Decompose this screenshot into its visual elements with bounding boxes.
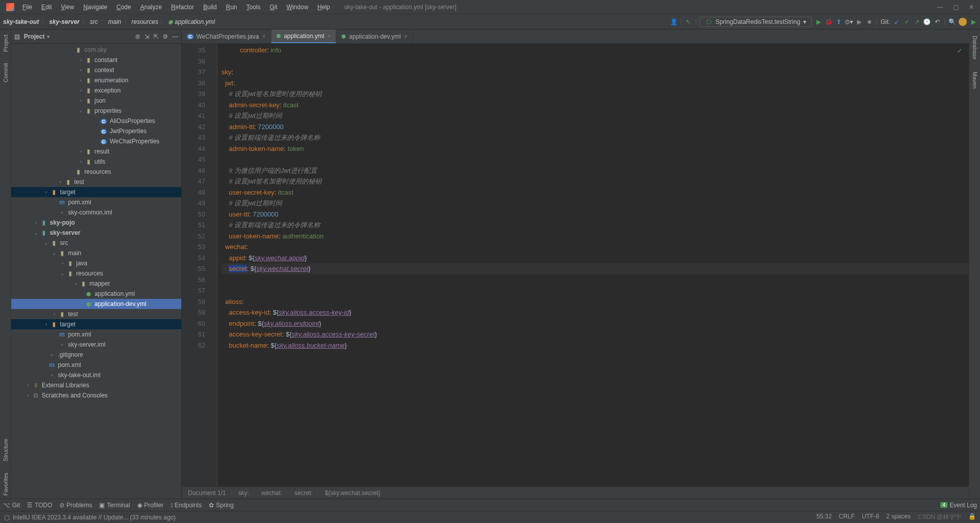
tool-tab-structure[interactable]: Structure — [2, 436, 10, 465]
tree-item[interactable]: ›▮context — [11, 65, 181, 75]
editor-tab[interactable]: ⬢ application.yml × — [271, 29, 336, 43]
collapse-all-icon[interactable]: ⇱ — [153, 33, 159, 40]
build-icon[interactable]: ↖ — [685, 18, 692, 25]
menu-run[interactable]: Run — [222, 2, 241, 12]
tree-item[interactable]: mpom.xml — [11, 329, 181, 340]
code-area[interactable]: controller: info sky: jwt: # 设置jwt签名加密时使… — [217, 44, 969, 486]
coverage-icon[interactable]: ⬆ — [835, 18, 842, 25]
hide-icon[interactable]: — — [172, 33, 178, 40]
menu-git[interactable]: Git — [266, 2, 281, 12]
menu-help[interactable]: Help — [313, 2, 334, 12]
tool-tab-commit[interactable]: Commit — [2, 60, 10, 85]
editor-tab[interactable]: ⬢ application-dev.yml × — [336, 29, 413, 43]
menu-build[interactable]: Build — [199, 2, 221, 12]
tree-item[interactable]: CJwtProperties — [11, 126, 181, 136]
cursor-position[interactable]: 55:32 — [816, 513, 832, 521]
tree-item[interactable]: ⬢application.yml — [11, 289, 181, 299]
tree-item[interactable]: ›⫴External Libraries — [11, 380, 181, 390]
menu-refactor[interactable]: Refactor — [167, 2, 198, 12]
tree-item[interactable]: ⌄▮resources — [11, 268, 181, 279]
editor-crumb[interactable]: ${sky.wechat.secret} — [325, 489, 380, 497]
tree-item[interactable]: ›▮enumeration — [11, 75, 181, 85]
tree-item[interactable]: ›▮test — [11, 177, 181, 187]
breadcrumb-item[interactable]: ⬢ application.yml — [168, 18, 215, 25]
chevron-down-icon[interactable]: ▾ — [47, 33, 50, 40]
tool-tab-maven[interactable]: Maven — [971, 69, 979, 91]
bottom-tool-problems[interactable]: ⊘Problems — [59, 502, 92, 509]
tree-item[interactable]: ▫sky-take-out.iml — [11, 370, 181, 380]
tree-item[interactable]: ⌄▮src — [11, 238, 181, 248]
menu-navigate[interactable]: Navigate — [79, 2, 111, 12]
tool-tab-database[interactable]: Database — [971, 33, 979, 63]
editor-crumb[interactable]: sky: — [238, 489, 249, 497]
indent-setting[interactable]: 2 spaces — [886, 513, 910, 521]
menu-view[interactable]: View — [57, 2, 78, 12]
avatar-icon[interactable] — [959, 18, 967, 26]
menu-code[interactable]: Code — [112, 2, 135, 12]
tree-item[interactable]: ›⧉Scratches and Consoles — [11, 390, 181, 401]
bottom-tool-terminal[interactable]: ▣Terminal — [99, 502, 130, 509]
tree-item[interactable]: mpom.xml — [11, 360, 181, 370]
tree-item[interactable]: ⬢application-dev.yml — [11, 299, 181, 309]
breadcrumb-item[interactable]: sky-take-out — [3, 18, 39, 25]
ide-features-icon[interactable]: ▶ — [970, 18, 977, 25]
breadcrumb-item[interactable]: sky-server — [49, 18, 80, 25]
tool-tab-project[interactable]: Project — [2, 32, 10, 55]
tree-item[interactable]: ›▮json — [11, 96, 181, 106]
stop-icon[interactable]: ■ — [866, 18, 873, 25]
attach-icon[interactable]: ▶ — [856, 18, 863, 25]
bottom-tool-spring[interactable]: ✿Spring — [209, 502, 234, 509]
settings-icon[interactable]: ⚙ — [163, 33, 168, 40]
run-icon[interactable]: ▶ — [815, 18, 822, 25]
tree-item[interactable]: ›▮utils — [11, 157, 181, 167]
expand-all-icon[interactable]: ⇲ — [144, 33, 149, 40]
tree-item[interactable]: ›▮sky-pojo — [11, 218, 181, 228]
event-log-button[interactable]: 4Event Log — [940, 502, 977, 509]
close-tab-icon[interactable]: × — [262, 33, 266, 40]
editor-crumb[interactable]: secret: — [294, 489, 312, 497]
run-config-select[interactable]: ⬡ SpringDataRedisTest.testString ▾ — [700, 17, 812, 27]
editor-crumb[interactable]: Document 1/1 — [188, 489, 226, 497]
tree-item[interactable]: ▫sky-common.iml — [11, 207, 181, 218]
minimize-icon[interactable]: — — [937, 4, 943, 11]
project-tree[interactable]: ▮com.sky›▮constant›▮context›▮enumeration… — [11, 44, 181, 499]
tree-item[interactable]: ▫.gitignore — [11, 350, 181, 360]
tree-item[interactable]: ▮resources — [11, 167, 181, 177]
tool-tab-favorites[interactable]: Favorites — [2, 470, 10, 499]
search-icon[interactable]: 🔍 — [949, 18, 956, 25]
file-encoding[interactable]: UTF-8 — [862, 513, 879, 521]
breadcrumb-item[interactable]: main — [108, 18, 121, 25]
tree-item[interactable]: ›▮test — [11, 309, 181, 319]
bottom-tool-git[interactable]: ⌥Git — [3, 502, 20, 509]
tree-item[interactable]: ›▮result — [11, 146, 181, 157]
close-tab-icon[interactable]: × — [327, 33, 331, 40]
tree-item[interactable]: ›▮target — [11, 319, 181, 329]
menu-window[interactable]: Window — [282, 2, 312, 12]
tree-item[interactable]: ▫sky-server.iml — [11, 340, 181, 350]
debug-icon[interactable]: 🐞 — [825, 18, 832, 25]
git-push-icon[interactable]: ↗ — [913, 18, 921, 25]
menu-tools[interactable]: Tools — [242, 2, 265, 12]
close-icon[interactable]: ✕ — [969, 4, 974, 11]
tree-item[interactable]: ⌄▮properties — [11, 106, 181, 116]
bottom-tool-todo[interactable]: ☰TODO — [27, 502, 52, 509]
git-rollback-icon[interactable]: ↶ — [934, 18, 941, 25]
bottom-tool-endpoints[interactable]: ⟟Endpoints — [171, 502, 202, 509]
tree-item[interactable]: ›▮constant — [11, 55, 181, 65]
git-history-icon[interactable]: 🕒 — [924, 18, 931, 25]
profile-icon[interactable]: ⊙▾ — [845, 18, 852, 25]
editor-tab[interactable]: C WeChatProperties.java × — [182, 29, 271, 43]
breadcrumb-item[interactable]: resources — [132, 18, 159, 25]
tree-item[interactable]: ›▮mapper — [11, 279, 181, 289]
status-icon[interactable]: ▢ — [4, 514, 10, 521]
close-tab-icon[interactable]: × — [404, 33, 407, 40]
git-pull-icon[interactable]: ↙ — [893, 18, 900, 25]
tree-item[interactable]: CAliOssProperties — [11, 116, 181, 126]
tree-item[interactable]: ›▮exception — [11, 85, 181, 96]
breadcrumb-item[interactable]: src — [90, 18, 98, 25]
bottom-tool-profiler[interactable]: ◉Profiler — [137, 502, 164, 509]
tree-item[interactable]: CWeChatProperties — [11, 136, 181, 146]
tree-item[interactable]: ▮com.sky — [11, 45, 181, 55]
user-add-icon[interactable]: 👤 — [670, 18, 677, 25]
tree-item[interactable]: ›▮java — [11, 258, 181, 268]
